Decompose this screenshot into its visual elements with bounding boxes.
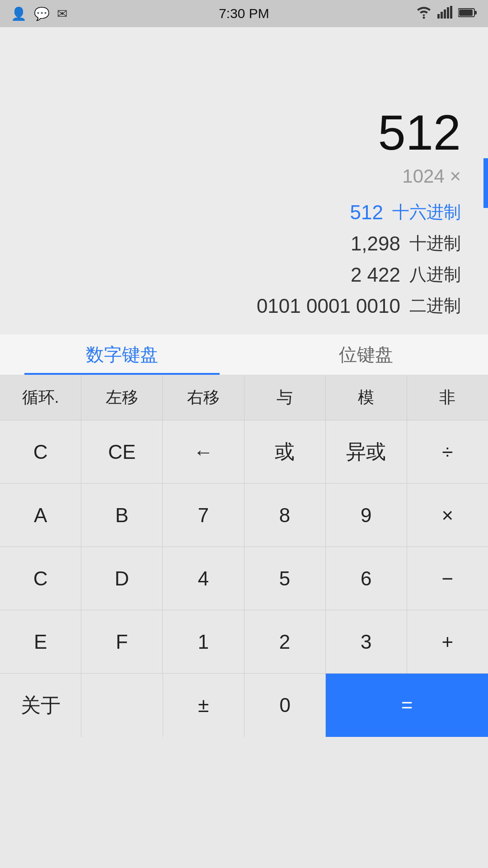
key-mul[interactable]: × xyxy=(407,484,488,547)
status-time: 7:30 PM xyxy=(219,6,269,21)
key-d[interactable]: D xyxy=(81,547,163,610)
key-row-3: E F 1 2 3 + xyxy=(0,610,488,674)
decimal-label: 十进制 xyxy=(409,232,461,255)
blue-indicator xyxy=(483,158,488,208)
key-plusminus[interactable]: ± xyxy=(163,674,244,737)
op-rshift[interactable]: 右移 xyxy=(163,375,244,420)
key-f[interactable]: F xyxy=(81,610,163,673)
binary-value: 0101 0001 0010 xyxy=(257,295,400,317)
svg-rect-3 xyxy=(444,9,446,19)
svg-rect-8 xyxy=(459,9,473,16)
key-add[interactable]: + xyxy=(407,610,488,673)
key-2[interactable]: 2 xyxy=(244,610,326,673)
op-mod[interactable]: 模 xyxy=(326,375,407,420)
key-ce[interactable]: CE xyxy=(81,420,163,483)
binary-row: 0101 0001 0010 二进制 xyxy=(14,294,474,317)
key-3[interactable]: 3 xyxy=(326,610,407,673)
tab-bitpad[interactable]: 位键盘 xyxy=(244,335,488,375)
key-cc[interactable]: C xyxy=(0,547,81,610)
key-6[interactable]: 6 xyxy=(326,547,407,610)
decimal-row: 1,298 十进制 xyxy=(14,232,474,255)
key-backspace[interactable]: ← xyxy=(163,420,244,483)
display-area: 512 1024 × 512 十六进制 1,298 十进制 2 422 八进制 … xyxy=(0,27,488,335)
mail-icon: ✉ xyxy=(57,6,67,21)
octal-value: 2 422 xyxy=(351,264,400,286)
key-placeholder-empty xyxy=(81,674,163,737)
wifi-icon xyxy=(416,5,432,22)
key-xor[interactable]: 异或 xyxy=(326,420,407,483)
svg-rect-2 xyxy=(441,12,443,19)
key-about[interactable]: 关于 xyxy=(0,674,81,737)
person-icon: 👤 xyxy=(11,6,27,21)
key-c[interactable]: C xyxy=(0,420,81,483)
svg-point-0 xyxy=(423,16,425,19)
status-bar: 👤 💬 ✉ 7:30 PM xyxy=(0,0,488,27)
key-1[interactable]: 1 xyxy=(163,610,244,673)
operator-row: 循环. 左移 右移 与 模 非 xyxy=(0,375,488,420)
status-right-icons xyxy=(416,5,477,22)
key-row-4: 关于 ± 0 = xyxy=(0,674,488,737)
key-div[interactable]: ÷ xyxy=(407,420,488,483)
octal-row: 2 422 八进制 xyxy=(14,263,474,286)
op-cycle[interactable]: 循环. xyxy=(0,375,81,420)
tabs: 数字键盘 位键盘 xyxy=(0,335,488,375)
hex-label: 十六进制 xyxy=(392,201,461,224)
decimal-value: 1,298 xyxy=(351,232,400,255)
status-left-icons: 👤 💬 ✉ xyxy=(11,6,67,21)
key-a[interactable]: A xyxy=(0,484,81,547)
key-0[interactable]: 0 xyxy=(244,674,326,737)
key-sub[interactable]: − xyxy=(407,547,488,610)
key-row-0: C CE ← 或 异或 ÷ xyxy=(0,420,488,484)
svg-rect-7 xyxy=(474,11,477,14)
tab-numpad[interactable]: 数字键盘 xyxy=(0,335,244,375)
signal-icon xyxy=(437,6,453,22)
hex-value: 512 xyxy=(350,201,383,224)
key-row-1: A B 7 8 9 × xyxy=(0,484,488,547)
secondary-expr: 1024 × xyxy=(14,165,474,187)
octal-label: 八进制 xyxy=(409,263,461,286)
key-row-2: C D 4 5 6 − xyxy=(0,547,488,610)
key-equals[interactable]: = xyxy=(326,674,488,737)
keypad: C CE ← 或 异或 ÷ A B 7 8 9 xyxy=(0,420,488,737)
op-lshift[interactable]: 左移 xyxy=(81,375,163,420)
key-7[interactable]: 7 xyxy=(163,484,244,547)
key-or[interactable]: 或 xyxy=(244,420,326,483)
svg-rect-1 xyxy=(437,14,440,19)
key-e[interactable]: E xyxy=(0,610,81,673)
chat-icon: 💬 xyxy=(34,6,50,21)
binary-label: 二进制 xyxy=(409,294,461,317)
key-9[interactable]: 9 xyxy=(326,484,407,547)
battery-icon xyxy=(458,7,477,21)
key-8[interactable]: 8 xyxy=(244,484,326,547)
hex-row: 512 十六进制 xyxy=(14,201,474,224)
key-4[interactable]: 4 xyxy=(163,547,244,610)
svg-rect-4 xyxy=(447,7,449,19)
main-number: 512 xyxy=(14,104,474,161)
key-5[interactable]: 5 xyxy=(244,547,326,610)
svg-rect-5 xyxy=(450,6,452,19)
op-and[interactable]: 与 xyxy=(244,375,326,420)
op-not[interactable]: 非 xyxy=(407,375,488,420)
key-b[interactable]: B xyxy=(81,484,163,547)
